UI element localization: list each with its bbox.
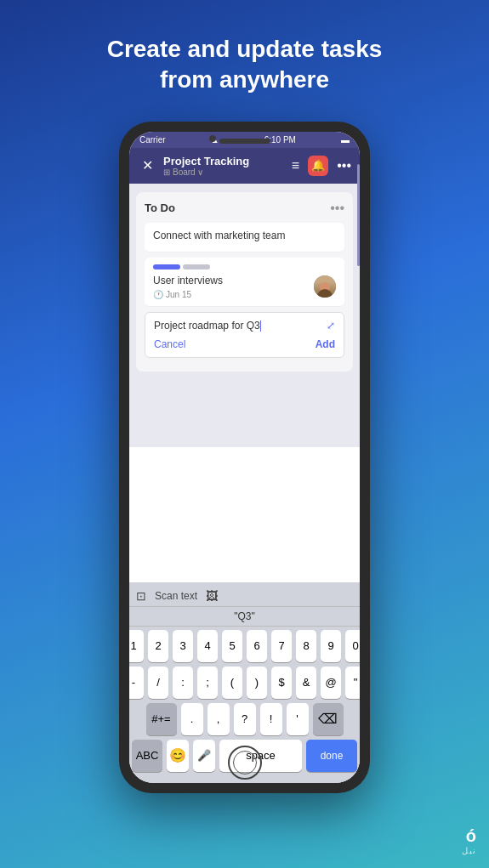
header-title-block: Project Tracking ⊞ Board ∨ xyxy=(163,155,285,177)
key-dollar[interactable]: $ xyxy=(271,667,292,699)
task-date: 🕐 Jun 15 xyxy=(153,290,223,299)
phone-wrapper: Carrier ▲ 6:10 PM ▬ ✕ Project Tracking ⊞… xyxy=(0,122,489,793)
key-semicolon[interactable]: ; xyxy=(197,667,218,699)
key-4[interactable]: 4 xyxy=(197,630,218,662)
abc-button[interactable]: ABC xyxy=(132,740,162,772)
phone-speaker xyxy=(219,139,270,144)
add-button[interactable]: Add xyxy=(316,338,335,350)
watermark-text: نبل xyxy=(462,846,476,855)
key-at[interactable]: @ xyxy=(321,667,341,699)
key-slash[interactable]: / xyxy=(148,667,168,699)
card-actions: Cancel Add xyxy=(154,338,335,350)
key-amp[interactable]: & xyxy=(296,667,316,699)
todo-column: To Do ••• Connect with marketing team xyxy=(136,192,353,372)
scroll-indicator xyxy=(357,184,360,266)
key-comma[interactable]: , xyxy=(208,703,230,735)
tag-2 xyxy=(183,264,210,269)
key-7[interactable]: 7 xyxy=(271,630,292,662)
key-dash[interactable]: - xyxy=(129,667,144,699)
notification-button[interactable]: 🔔 xyxy=(308,156,328,176)
home-button[interactable] xyxy=(228,746,262,780)
task-meta: User interviews 🕐 Jun 15 xyxy=(153,275,336,299)
more-button[interactable]: ••• xyxy=(337,158,351,173)
key-apostrophe[interactable]: ' xyxy=(287,703,309,735)
avatar-face xyxy=(314,275,336,298)
key-2[interactable]: 2 xyxy=(148,630,168,662)
task-card-2[interactable]: User interviews 🕐 Jun 15 xyxy=(145,258,344,307)
headline: Create and update tasks from anywhere xyxy=(0,0,489,122)
key-9[interactable]: 9 xyxy=(321,630,341,662)
autocomplete-bar[interactable]: "Q3" xyxy=(129,607,360,627)
key-period[interactable]: . xyxy=(181,703,203,735)
task-text-2: User interviews xyxy=(153,275,223,286)
headline-line2: from anywhere xyxy=(160,66,329,93)
key-1[interactable]: 1 xyxy=(129,630,144,662)
expand-icon[interactable]: ⤢ xyxy=(327,320,335,332)
app-subtitle: ⊞ Board ∨ xyxy=(163,167,285,177)
board-area: To Do ••• Connect with marketing team xyxy=(129,184,360,447)
image-icon[interactable]: 🖼 xyxy=(206,589,218,603)
bell-icon: 🔔 xyxy=(311,159,325,172)
board-icon: ⊞ xyxy=(163,167,170,177)
key-8[interactable]: 8 xyxy=(296,630,316,662)
column-menu-button[interactable]: ••• xyxy=(330,201,344,216)
backspace-button[interactable]: ⌫ xyxy=(313,703,344,735)
key-colon[interactable]: : xyxy=(173,667,193,699)
app-header: ✕ Project Tracking ⊞ Board ∨ ≡ 🔔 xyxy=(129,148,360,184)
app-title: Project Tracking xyxy=(163,155,285,167)
number-row: 1 2 3 4 5 6 7 8 9 0 xyxy=(132,630,357,662)
column-header: To Do ••• xyxy=(145,201,344,216)
key-exclaim[interactable]: ! xyxy=(260,703,282,735)
phone-camera xyxy=(209,135,216,142)
symbol-row-1: - / : ; ( ) $ & @ " xyxy=(132,667,357,699)
tag-1 xyxy=(153,264,180,269)
menu-icon: ≡ xyxy=(292,158,299,173)
new-task-text: Project roadmap for Q3 xyxy=(154,320,327,332)
task-card-1[interactable]: Connect with marketing team xyxy=(145,223,344,252)
phone-screen: Carrier ▲ 6:10 PM ▬ ✕ Project Tracking ⊞… xyxy=(129,132,360,783)
new-task-input: Project roadmap for Q3 ⤢ xyxy=(154,320,335,332)
done-button[interactable]: done xyxy=(306,740,357,772)
key-quote[interactable]: " xyxy=(345,667,360,699)
watermark-icon: ó xyxy=(466,826,476,846)
carrier-label: Carrier xyxy=(139,135,166,145)
key-0[interactable]: 0 xyxy=(345,630,360,662)
key-question[interactable]: ? xyxy=(234,703,256,735)
new-task-card[interactable]: Project roadmap for Q3 ⤢ Cancel Add xyxy=(145,312,344,358)
key-lparen[interactable]: ( xyxy=(222,667,242,699)
column-title: To Do xyxy=(145,201,175,214)
more-icon: ••• xyxy=(337,158,351,173)
scan-label[interactable]: Scan text xyxy=(155,590,197,602)
clock-icon: 🕐 xyxy=(153,290,163,299)
key-6[interactable]: 6 xyxy=(247,630,267,662)
close-button[interactable]: ✕ xyxy=(138,156,156,175)
key-3[interactable]: 3 xyxy=(173,630,193,662)
headline-line1: Create and update tasks xyxy=(107,36,383,62)
emoji-button[interactable]: 😊 xyxy=(167,740,189,772)
key-rparen[interactable]: ) xyxy=(247,667,267,699)
phone-device: Carrier ▲ 6:10 PM ▬ ✕ Project Tracking ⊞… xyxy=(119,122,370,793)
key-hash[interactable]: #+= xyxy=(146,703,177,735)
symbol-row-2: #+= . , ? ! ' ⌫ xyxy=(132,703,357,735)
header-actions: ≡ 🔔 ••• xyxy=(292,156,351,176)
key-5[interactable]: 5 xyxy=(222,630,242,662)
watermark: ó نبل xyxy=(462,826,476,855)
keyboard-toolbar: ⊡ Scan text 🖼 xyxy=(129,586,360,607)
battery-icon: ▬ xyxy=(341,135,350,145)
avatar xyxy=(314,275,336,298)
task-text-1: Connect with marketing team xyxy=(153,230,336,241)
status-icons: ▬ xyxy=(341,135,350,145)
tag-bar xyxy=(153,264,336,269)
mic-button[interactable]: 🎤 xyxy=(193,740,215,772)
scan-icon: ⊡ xyxy=(136,589,146,603)
cancel-button[interactable]: Cancel xyxy=(154,338,185,350)
home-button-inner xyxy=(233,751,257,774)
text-cursor xyxy=(260,321,261,332)
menu-button[interactable]: ≡ xyxy=(292,158,299,173)
